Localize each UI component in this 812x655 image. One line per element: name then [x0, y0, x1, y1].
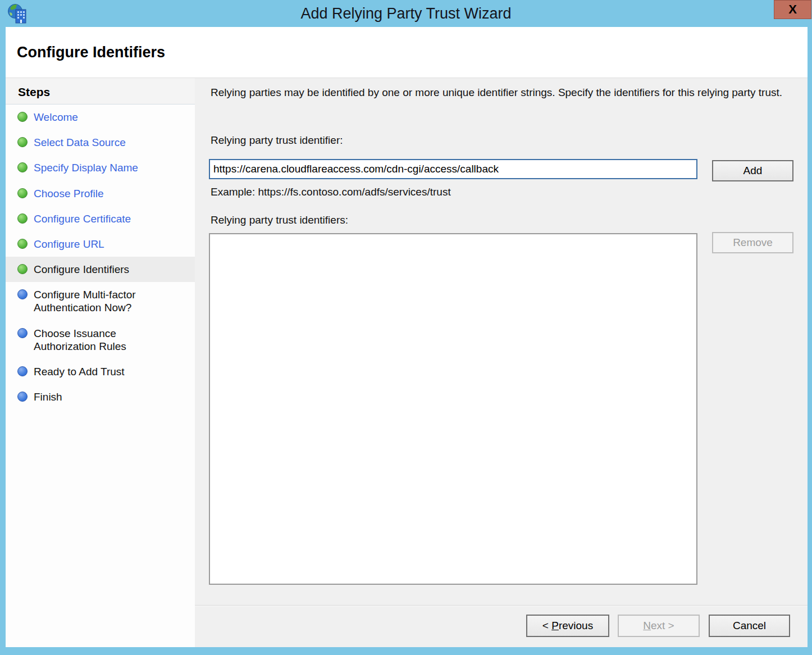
step-label: Configure Identifiers: [34, 263, 129, 275]
step-item-welcome[interactable]: Welcome: [6, 104, 195, 130]
steps-list: WelcomeSelect Data SourceSpecify Display…: [6, 104, 195, 410]
step-bullet-blue-icon: [17, 328, 28, 338]
remove-button[interactable]: Remove: [712, 232, 793, 253]
step-label: Choose Issuance Authorization Rules: [34, 328, 126, 352]
step-label: Finish: [34, 391, 62, 403]
step-item-configure-multi-factor-authentication-now: Configure Multi-factor Authentication No…: [6, 282, 195, 320]
step-label: Choose Profile: [34, 188, 104, 199]
page-header: Configure Identifiers: [6, 27, 808, 78]
steps-heading: Steps: [6, 78, 195, 104]
step-bullet-green-icon: [17, 162, 28, 172]
page-title: Configure Identifiers: [6, 27, 808, 61]
title-bar: Add Relying Party Trust Wizard X: [0, 0, 812, 27]
add-button[interactable]: Add: [712, 160, 793, 181]
window-title: Add Relying Party Trust Wizard: [0, 0, 812, 27]
step-item-choose-profile[interactable]: Choose Profile: [6, 181, 195, 206]
step-bullet-blue-icon: [17, 289, 28, 299]
step-bullet-green-icon: [17, 188, 28, 198]
step-label: Specify Display Name: [34, 162, 138, 174]
identifiers-listbox[interactable]: [209, 233, 697, 585]
step-label: Configure Certificate: [34, 213, 131, 225]
close-button[interactable]: X: [774, 0, 811, 19]
step-label: Configure Multi-factor Authentication No…: [34, 289, 136, 313]
steps-sidebar: Steps WelcomeSelect Data SourceSpecify D…: [6, 78, 195, 647]
content-panel: Relying parties may be identified by one…: [195, 78, 808, 647]
step-bullet-green-icon: [17, 112, 28, 122]
step-bullet-green-icon: [17, 239, 28, 249]
step-item-ready-to-add-trust: Ready to Add Trust: [6, 359, 195, 384]
cancel-button[interactable]: Cancel: [709, 615, 790, 637]
next-button[interactable]: Next >: [618, 615, 700, 637]
step-item-configure-identifiers[interactable]: Configure Identifiers: [6, 257, 195, 282]
footer-separator: [195, 605, 808, 606]
step-item-finish: Finish: [6, 384, 195, 410]
identifier-input[interactable]: [209, 159, 697, 179]
step-bullet-green-icon: [17, 213, 28, 224]
step-item-configure-url[interactable]: Configure URL: [6, 231, 195, 257]
step-label: Configure URL: [34, 238, 104, 250]
example-text: Example: https://fs.contoso.com/adfs/ser…: [211, 186, 451, 198]
identifiers-list-label: Relying party trust identifiers:: [211, 214, 348, 226]
step-bullet-blue-icon: [17, 392, 28, 402]
step-item-select-data-source[interactable]: Select Data Source: [6, 130, 195, 155]
step-label: Select Data Source: [34, 137, 126, 148]
step-bullet-green-icon: [17, 264, 28, 274]
step-label: Ready to Add Trust: [34, 366, 125, 377]
previous-button[interactable]: < Previous: [526, 615, 609, 637]
intro-text: Relying parties may be identified by one…: [211, 85, 784, 101]
wizard-window: Configure Identifiers Steps WelcomeSelec…: [6, 27, 808, 647]
step-bullet-blue-icon: [17, 366, 28, 376]
step-bullet-green-icon: [17, 137, 28, 147]
identifier-label: Relying party trust identifier:: [211, 134, 343, 147]
step-item-configure-certificate[interactable]: Configure Certificate: [6, 206, 195, 231]
step-item-choose-issuance-authorization-rules: Choose Issuance Authorization Rules: [6, 321, 195, 359]
step-item-specify-display-name[interactable]: Specify Display Name: [6, 155, 195, 180]
step-label: Welcome: [34, 111, 78, 123]
